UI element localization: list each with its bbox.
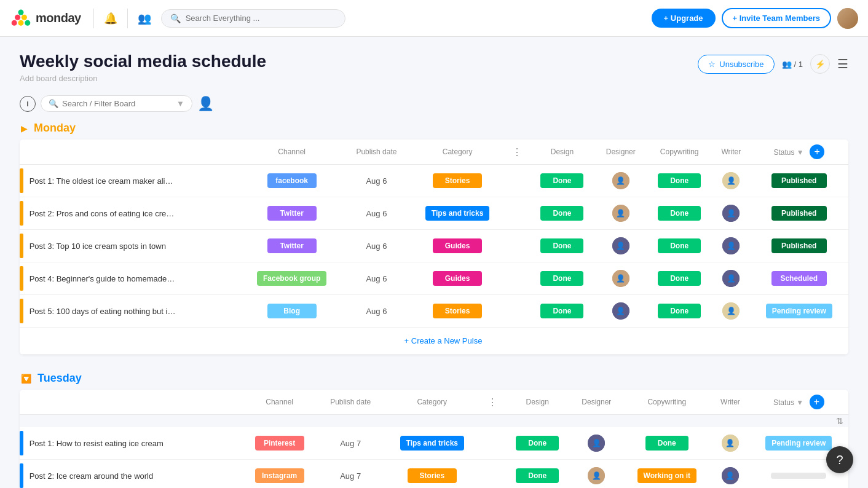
search-input[interactable] bbox=[186, 14, 336, 23]
channel-tag[interactable]: Facebook group bbox=[257, 271, 326, 286]
user-avatar[interactable] bbox=[837, 8, 858, 29]
design-cell-0-0[interactable]: Done bbox=[529, 165, 596, 197]
copywriting-cell-0-2[interactable]: Done bbox=[646, 230, 712, 262]
channel-cell-0-3[interactable]: Facebook group bbox=[240, 262, 344, 295]
status-tag[interactable]: Pending review bbox=[766, 304, 832, 318]
copywriting-cell-0-0[interactable]: Done bbox=[646, 165, 712, 197]
group-chevron-monday[interactable]: ▶ bbox=[21, 124, 28, 133]
copywriting-status[interactable]: Working on it bbox=[637, 468, 696, 483]
unsubscribe-button[interactable]: ☆ Unsubscribe bbox=[698, 55, 774, 74]
copywriting-status[interactable]: Done bbox=[658, 304, 701, 318]
pulse-name[interactable]: Post 2: Ice cream around the world bbox=[30, 471, 154, 481]
status-tag[interactable]: Published bbox=[771, 206, 827, 221]
design-cell-1-0[interactable]: Done bbox=[504, 427, 571, 460]
category-cell-0-3[interactable]: Guides bbox=[409, 262, 505, 295]
copywriting-status[interactable]: Done bbox=[658, 206, 701, 221]
add-pulse-button[interactable]: + Create a New Pulse bbox=[22, 331, 846, 350]
channel-cell-0-0[interactable]: facebook bbox=[240, 165, 344, 197]
design-cell-1-1[interactable]: Done bbox=[504, 460, 571, 489]
status-tag[interactable]: Published bbox=[771, 173, 827, 188]
status-tag[interactable] bbox=[771, 473, 826, 479]
add-column-button[interactable]: + bbox=[810, 144, 824, 159]
sort-toggle-icon[interactable]: ⇅ bbox=[836, 416, 843, 426]
status-cell-0-0[interactable]: Published bbox=[750, 165, 848, 197]
channel-cell-1-1[interactable]: Instagram bbox=[242, 460, 317, 489]
category-tag[interactable]: Tips and tricks bbox=[400, 436, 464, 451]
channel-cell-0-2[interactable]: Twitter bbox=[240, 230, 344, 262]
filter-input[interactable] bbox=[62, 99, 173, 108]
category-tag[interactable]: Stories bbox=[408, 468, 457, 483]
logo[interactable]: monday bbox=[10, 7, 81, 30]
status-cell-0-1[interactable]: Published bbox=[750, 197, 848, 230]
channel-cell-0-4[interactable]: Blog bbox=[240, 295, 344, 328]
channel-tag[interactable]: Blog bbox=[267, 304, 317, 318]
status-cell-0-3[interactable]: Scheduled bbox=[750, 262, 848, 295]
pulse-name[interactable]: Post 4: Beginner's guide to homemade ic.… bbox=[30, 274, 177, 283]
status-cell-0-2[interactable]: Published bbox=[750, 230, 848, 262]
channel-tag[interactable]: Twitter bbox=[267, 238, 317, 253]
board-description[interactable]: Add board description bbox=[20, 74, 266, 83]
design-status[interactable]: Done bbox=[540, 173, 583, 188]
info-badge[interactable]: i bbox=[20, 96, 36, 112]
team-button[interactable]: 👥 bbox=[135, 9, 154, 28]
design-status[interactable]: Done bbox=[516, 436, 559, 451]
upgrade-button[interactable]: + Upgrade bbox=[652, 9, 716, 28]
channel-tag[interactable]: Twitter bbox=[267, 206, 317, 221]
category-cell-0-4[interactable]: Stories bbox=[409, 295, 505, 328]
status-cell-0-4[interactable]: Pending review bbox=[750, 295, 848, 328]
add-column-button[interactable]: + bbox=[810, 395, 824, 409]
pulse-name[interactable]: Post 1: How to resist eating ice cream bbox=[30, 439, 164, 448]
design-status[interactable]: Done bbox=[516, 468, 559, 483]
pulse-name[interactable]: Post 1: The oldest ice cream maker alive… bbox=[30, 176, 177, 186]
menu-button[interactable]: ☰ bbox=[837, 57, 848, 71]
design-cell-0-4[interactable]: Done bbox=[529, 295, 596, 328]
channel-tag[interactable]: Instagram bbox=[255, 468, 304, 483]
copywriting-status[interactable]: Done bbox=[658, 271, 701, 286]
status-tag[interactable]: Scheduled bbox=[771, 271, 827, 286]
copywriting-status[interactable]: Done bbox=[658, 238, 701, 253]
copywriting-cell-0-1[interactable]: Done bbox=[646, 197, 712, 230]
filter-chevron-icon[interactable]: ▼ bbox=[176, 99, 184, 108]
channel-tag[interactable]: facebook bbox=[267, 173, 317, 188]
category-tag[interactable]: Stories bbox=[433, 173, 482, 188]
design-cell-0-3[interactable]: Done bbox=[529, 262, 596, 295]
design-status[interactable]: Done bbox=[540, 271, 583, 286]
category-tag[interactable]: Guides bbox=[433, 238, 482, 253]
design-cell-0-1[interactable]: Done bbox=[529, 197, 596, 230]
help-button[interactable]: ? bbox=[826, 446, 853, 473]
category-cell-1-0[interactable]: Tips and tricks bbox=[384, 427, 480, 460]
copywriting-cell-1-1[interactable]: Working on it bbox=[622, 460, 711, 489]
status-sort-icon[interactable]: ▼ bbox=[797, 148, 804, 157]
category-cell-0-2[interactable]: Guides bbox=[409, 230, 505, 262]
category-cell-0-1[interactable]: Tips and tricks bbox=[409, 197, 505, 230]
group-chevron-tuesday[interactable]: 🔽 bbox=[21, 374, 31, 384]
pulse-name[interactable]: Post 5: 100 days of eating nothing but i… bbox=[30, 307, 177, 316]
status-tag[interactable]: Published bbox=[771, 238, 827, 253]
invite-button[interactable]: + Invite Team Members bbox=[722, 8, 831, 28]
design-status[interactable]: Done bbox=[540, 304, 583, 318]
status-tag[interactable]: Pending review bbox=[765, 436, 832, 451]
category-tag[interactable]: Stories bbox=[433, 304, 482, 318]
status-sort-icon[interactable]: ▼ bbox=[796, 398, 803, 407]
category-tag[interactable]: Tips and tricks bbox=[425, 206, 489, 221]
copywriting-cell-0-4[interactable]: Done bbox=[646, 295, 712, 328]
category-cell-1-1[interactable]: Stories bbox=[384, 460, 480, 489]
copywriting-status[interactable]: Done bbox=[645, 436, 688, 451]
notifications-button[interactable]: 🔔 bbox=[101, 9, 120, 28]
channel-tag[interactable]: Pinterest bbox=[255, 436, 304, 451]
design-status[interactable]: Done bbox=[540, 206, 583, 221]
category-cell-0-0[interactable]: Stories bbox=[409, 165, 505, 197]
person-filter-icon[interactable]: 👤 bbox=[197, 96, 214, 112]
category-tag[interactable]: Guides bbox=[433, 271, 482, 286]
channel-cell-0-1[interactable]: Twitter bbox=[240, 197, 344, 230]
design-status[interactable]: Done bbox=[540, 238, 583, 253]
activity-button[interactable]: ⚡ bbox=[810, 54, 830, 74]
design-cell-0-2[interactable]: Done bbox=[529, 230, 596, 262]
member-count[interactable]: 👥 / 1 bbox=[782, 60, 803, 69]
copywriting-status[interactable]: Done bbox=[658, 173, 701, 188]
pulse-name[interactable]: Post 3: Top 10 ice cream spots in town bbox=[30, 242, 166, 251]
pulse-name[interactable]: Post 2: Pros and cons of eating ice crea… bbox=[30, 209, 177, 218]
copywriting-cell-0-3[interactable]: Done bbox=[646, 262, 712, 295]
channel-cell-1-0[interactable]: Pinterest bbox=[242, 427, 317, 460]
copywriting-cell-1-0[interactable]: Done bbox=[622, 427, 711, 460]
